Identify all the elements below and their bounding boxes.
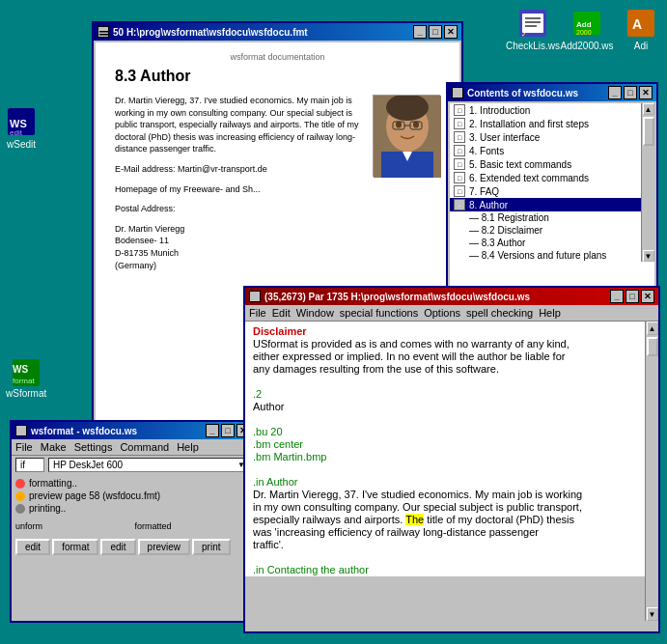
line-18 bbox=[253, 551, 622, 563]
status-preview-label: preview page 58 (wsfdocu.fmt) bbox=[29, 490, 160, 501]
contents-item-8-4[interactable]: — 8.4 Versions and future plans bbox=[450, 249, 641, 262]
menu-file[interactable]: File bbox=[15, 441, 33, 453]
editor-close-btn[interactable]: ✕ bbox=[641, 290, 654, 303]
menu-settings[interactable]: Settings bbox=[74, 441, 113, 453]
print-btn[interactable]: print bbox=[192, 539, 230, 555]
contents-icon-2: □ bbox=[454, 118, 465, 129]
contents-minimize-btn[interactable]: _ bbox=[608, 86, 622, 99]
line-15: especially railways and airports. The ti… bbox=[253, 514, 622, 525]
contents-item-7[interactable]: □ 7. FAQ bbox=[450, 184, 641, 198]
highlight-the: The bbox=[405, 514, 424, 525]
status-item-printing: printing.. bbox=[15, 503, 250, 514]
contents-list-area: □ 1. Introduction □ 2. Installation and … bbox=[450, 103, 654, 302]
contents-item-1[interactable]: □ 1. Introduction bbox=[450, 103, 641, 117]
editor-main-area: Disclaimer USformat is provided as is an… bbox=[245, 322, 658, 621]
status-item-preview: preview page 58 (wsfdocu.fmt) bbox=[15, 490, 250, 501]
line-2: either expressed or implied. In no event… bbox=[253, 350, 622, 362]
contents-icon-5: □ bbox=[454, 158, 465, 170]
doc-address-header: Postal Address: bbox=[115, 203, 440, 215]
contents-titlebar: Contents of wsfdocu.ws _ □ ✕ bbox=[448, 84, 656, 101]
doc-maximize-btn[interactable]: □ bbox=[429, 25, 442, 39]
contents-item-6[interactable]: □ 6. Extended text commands bbox=[450, 171, 641, 184]
desktop-icon-add2000[interactable]: Add 2000 Add2000.ws bbox=[561, 8, 613, 51]
svg-text:A: A bbox=[632, 16, 642, 32]
contents-item-8[interactable]: - 8. Author bbox=[450, 198, 641, 211]
contents-icon-4: □ bbox=[454, 145, 465, 156]
desktop-icon-adi[interactable]: A Adi bbox=[615, 8, 667, 51]
doc-close-btn[interactable]: ✕ bbox=[444, 25, 458, 39]
wsformat-maximize-btn[interactable]: □ bbox=[221, 424, 235, 437]
editor-scroll-thumb[interactable] bbox=[647, 337, 658, 356]
editor-minimize-btn[interactable]: _ bbox=[610, 290, 624, 303]
author-photo bbox=[373, 95, 440, 177]
format-btn[interactable]: format bbox=[52, 539, 98, 555]
line-17: traffic'. bbox=[253, 539, 622, 550]
if-row: if HP DeskJet 600 ▼ bbox=[12, 456, 254, 474]
editor-titlebar: (35,2673) Par 1735 H:\prog\wsformat\wsfd… bbox=[245, 288, 658, 305]
editor-scroll-up[interactable]: ▲ bbox=[647, 322, 658, 335]
contents-close-btn[interactable]: ✕ bbox=[639, 86, 653, 99]
line-11 bbox=[253, 463, 622, 475]
status-items: formatting.. preview page 58 (wsfdocu.fm… bbox=[12, 474, 254, 519]
contents-menu-icon[interactable] bbox=[452, 87, 463, 98]
editor-menu-spell[interactable]: spell checking bbox=[466, 307, 533, 319]
svg-text:WS: WS bbox=[13, 364, 28, 375]
editor-scroll-down[interactable]: ▼ bbox=[647, 607, 658, 621]
contents-item-3[interactable]: □ 3. User interface bbox=[450, 130, 641, 144]
editor-text-area[interactable]: Disclaimer USformat is provided as is an… bbox=[245, 322, 645, 576]
menu-command[interactable]: Command bbox=[120, 441, 169, 453]
editor-scrollbar[interactable]: ▲ ▼ bbox=[645, 322, 658, 621]
line-5: .2 bbox=[253, 388, 622, 400]
line-14: in my own consulting company. Our specia… bbox=[253, 501, 622, 513]
wsformat-menu-icon[interactable] bbox=[15, 425, 27, 436]
scroll-thumb[interactable] bbox=[643, 117, 654, 146]
doc-section-header: 8.3 Author bbox=[115, 68, 440, 85]
editor-menu-edit[interactable]: Edit bbox=[272, 307, 291, 319]
printer-value: HP DeskJet 600 bbox=[53, 460, 123, 470]
editor-menu-file[interactable]: File bbox=[249, 307, 266, 319]
editor-menu-options[interactable]: Options bbox=[424, 307, 460, 319]
line-13: Dr. Martin Vieregg, 37. I've studied eco… bbox=[253, 489, 622, 500]
contents-item-8-2[interactable]: — 8.2 Disclaimer bbox=[450, 224, 641, 237]
editor-menu-special[interactable]: special functions bbox=[340, 307, 418, 319]
wsformat-titlebar: wsformat - wsfdocu.ws _ □ ✕ bbox=[12, 422, 254, 439]
contents-item-8-1[interactable]: — 8.1 Registration bbox=[450, 211, 641, 224]
scroll-down-btn[interactable]: ▼ bbox=[643, 250, 654, 262]
preview-btn[interactable]: preview bbox=[138, 539, 190, 555]
if-value: if bbox=[20, 460, 25, 470]
if-input[interactable]: if bbox=[15, 458, 44, 472]
contents-item-4[interactable]: □ 4. Fonts bbox=[450, 144, 641, 157]
add2000-icon: Add 2000 bbox=[571, 8, 602, 39]
contents-icon-6: □ bbox=[454, 172, 465, 183]
editor-menu-icon[interactable] bbox=[249, 291, 261, 302]
editor-maximize-btn[interactable]: □ bbox=[625, 290, 639, 303]
line-4 bbox=[253, 376, 622, 387]
wsformat-desktop-icon[interactable]: WS format wSformat bbox=[6, 357, 46, 399]
editor-title: (35,2673) Par 1735 H:\prog\wsformat\wsfd… bbox=[264, 292, 530, 302]
contents-maximize-btn[interactable]: □ bbox=[624, 86, 637, 99]
contents-scrollbar[interactable]: ▲ ▼ bbox=[641, 103, 654, 262]
editor-menu-window[interactable]: Window bbox=[296, 307, 334, 319]
scroll-up-btn[interactable]: ▲ bbox=[643, 103, 654, 115]
line-3: any damages resulting from the use of th… bbox=[253, 363, 622, 375]
col-formatted-label: formatted bbox=[135, 521, 251, 531]
contents-item-2[interactable]: □ 2. Installation and first steps bbox=[450, 117, 641, 130]
contents-item-8-3[interactable]: — 8.3 Author bbox=[450, 237, 641, 249]
menu-help[interactable]: Help bbox=[177, 441, 199, 453]
status-formatting-label: formatting.. bbox=[29, 478, 77, 489]
contents-item-5[interactable]: □ 5. Basic text commands bbox=[450, 157, 641, 171]
menu-make[interactable]: Make bbox=[41, 441, 67, 453]
edit-unform-btn[interactable]: edit bbox=[15, 539, 50, 555]
editor-menu-help[interactable]: Help bbox=[539, 307, 561, 319]
printer-dropdown[interactable]: HP DeskJet 600 ▼ bbox=[48, 458, 250, 472]
doc-menu-icon[interactable] bbox=[97, 26, 109, 38]
doc-titlebar: 50 H:\prog\wsformat\wsfdocu\wsfdocu.fmt … bbox=[94, 23, 461, 41]
edit-formatted-btn[interactable]: edit bbox=[100, 539, 135, 555]
bullet-red-icon bbox=[15, 479, 25, 489]
doc-minimize-btn[interactable]: _ bbox=[413, 25, 427, 39]
doc-watermark: wsformat documentation bbox=[115, 52, 440, 62]
contents-title: Contents of wsfdocu.ws bbox=[467, 88, 578, 98]
desktop-icon-checklist[interactable]: ✓ CheckLis.ws bbox=[507, 8, 559, 51]
wsformat-minimize-btn[interactable]: _ bbox=[206, 424, 219, 437]
wsedit-desktop-icon[interactable]: WS edit wSedit bbox=[6, 106, 37, 150]
